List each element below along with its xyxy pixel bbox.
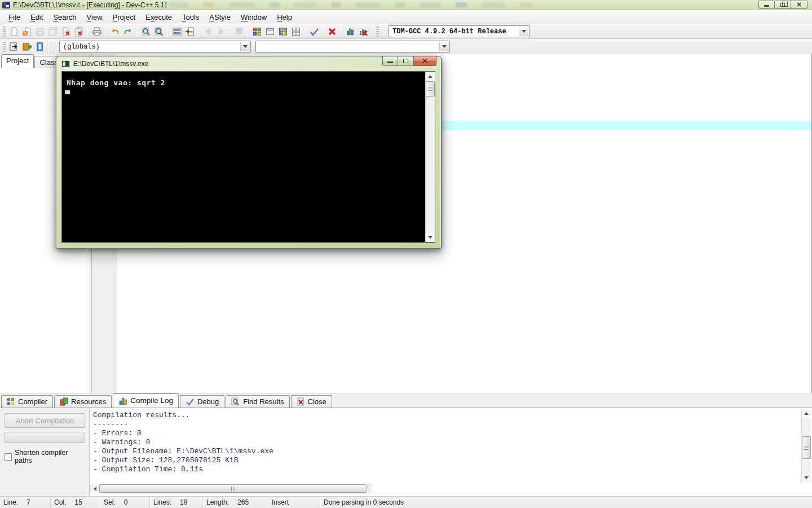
compile-log-panel: Abort Compilation Shorten compiler paths… (0, 408, 812, 496)
menu-view[interactable]: View (82, 10, 108, 24)
abort-compilation-button[interactable]: Abort Compilation (5, 413, 85, 428)
chevron-down-icon[interactable] (439, 42, 449, 51)
close-all-files-icon[interactable] (72, 25, 85, 38)
window-title: E:\DevC\BTL\1\mssv.c - [Executing] - Dev… (13, 1, 167, 9)
console-scrollbar-thumb[interactable] (426, 81, 435, 97)
find-icon[interactable] (139, 25, 152, 38)
resources-icon (60, 397, 68, 406)
compile-controls: Abort Compilation Shorten compiler paths (0, 408, 90, 496)
menu-search[interactable]: Search (48, 10, 81, 24)
chevron-down-icon[interactable] (519, 27, 528, 36)
menu-project[interactable]: Project (108, 10, 140, 24)
menu-execute[interactable]: Execute (140, 10, 177, 24)
globals-select-value: (globals) (63, 43, 100, 51)
chevron-down-icon[interactable] (240, 42, 250, 51)
compile-progress-bar (5, 432, 85, 443)
debug-icon (186, 397, 195, 406)
log-line: - Warnings: 0 (93, 438, 273, 447)
console-scrollbar[interactable] (425, 72, 435, 242)
shorten-paths-checkbox[interactable] (5, 453, 12, 461)
shorten-paths-option[interactable]: Shorten compiler paths (5, 449, 85, 465)
console-titlebar[interactable]: E:\DevC\BTL\1\mssv.exe ✕ (56, 56, 441, 71)
log-vertical-scrollbar[interactable] (801, 409, 811, 483)
status-length: Length:265 (203, 497, 268, 508)
console-window-controls: ✕ (382, 56, 436, 66)
profile-icon[interactable] (343, 25, 356, 38)
save-icon[interactable] (33, 25, 46, 38)
redo-icon[interactable] (121, 25, 134, 38)
log-line: -------- (93, 420, 273, 429)
tab-compiler[interactable]: Compiler (1, 395, 53, 408)
new-unit-icon[interactable] (7, 40, 20, 53)
log-horizontal-scrollbar[interactable] (90, 484, 370, 493)
devcpp-window: E:\DevC\BTL\1\mssv.c - [Executing] - Dev… (0, 0, 812, 508)
log-line: - Errors: 0 (93, 429, 273, 438)
compile-log-output[interactable]: Compilation results...--------- Errors: … (90, 408, 812, 496)
menu-file[interactable]: File (3, 10, 25, 24)
new-file-icon[interactable] (7, 25, 20, 38)
back-icon[interactable] (201, 25, 214, 38)
menu-tools[interactable]: Tools (177, 10, 204, 24)
menu-astyle[interactable]: AStyle (204, 10, 236, 24)
members-select[interactable] (255, 41, 450, 52)
log-line: - Output Size: 128,2705078125 KiB (93, 456, 273, 465)
scroll-down-icon[interactable] (802, 473, 811, 483)
compile-and-run-icon[interactable] (276, 25, 289, 38)
print-icon[interactable] (90, 25, 103, 38)
find-in-files-icon[interactable] (152, 25, 165, 38)
status-col: Col:15 (51, 497, 100, 508)
menu-edit[interactable]: Edit (25, 10, 48, 24)
scroll-up-icon[interactable] (426, 72, 435, 81)
console-minimize-button[interactable] (382, 56, 398, 66)
tab-compile-log[interactable]: Compile Log (113, 393, 179, 408)
console-window[interactable]: E:\DevC\BTL\1\mssv.exe ✕ Nhap dong vao: … (56, 56, 442, 249)
rebuild-all-icon[interactable] (289, 25, 302, 38)
globals-select[interactable]: (globals) (59, 41, 251, 52)
menu-window[interactable]: Window (236, 10, 272, 24)
open-file-icon[interactable] (20, 25, 33, 38)
close-file-icon[interactable] (59, 25, 72, 38)
status-line: Line:7 (0, 497, 51, 508)
log-vscroll-thumb[interactable] (802, 436, 811, 459)
console-app-icon (61, 60, 70, 67)
remove-from-project-icon[interactable] (33, 40, 46, 53)
abort-compilation-icon[interactable] (325, 25, 338, 38)
compile-icon[interactable] (250, 25, 263, 38)
run-icon[interactable] (263, 25, 276, 38)
console-close-button[interactable]: ✕ (414, 56, 436, 66)
status-sel: Sel:0 (100, 497, 150, 508)
tab-resources[interactable]: Resources (54, 395, 112, 408)
scroll-left-icon[interactable] (90, 484, 99, 493)
find-results-icon (231, 397, 240, 406)
compiler-icon (7, 397, 15, 406)
tab-debug[interactable]: Debug (180, 395, 224, 408)
log-line: Compilation results... (93, 411, 273, 420)
devcpp-app-icon (2, 2, 10, 8)
console-output[interactable]: Nhap dong vao: sqrt 2 (62, 72, 425, 242)
report-tabs: Compiler Resources Compile Log Debug Fin… (0, 393, 812, 408)
scroll-up-icon[interactable] (802, 409, 811, 418)
replace-icon[interactable] (170, 25, 183, 38)
goto-line-icon[interactable] (183, 25, 196, 38)
undo-icon[interactable] (108, 25, 121, 38)
delete-profiling-icon[interactable] (356, 25, 369, 38)
log-hscroll-thumb[interactable] (99, 484, 367, 493)
save-all-icon[interactable] (46, 25, 59, 38)
restore-button[interactable] (775, 1, 791, 9)
goto-declaration-icon[interactable] (232, 25, 245, 38)
tab-find-results[interactable]: Find Results (226, 395, 289, 408)
close-button[interactable]: ✕ (791, 1, 807, 9)
compile-log-lines: Compilation results...--------- Errors: … (93, 411, 273, 474)
syntax-check-icon[interactable] (307, 25, 320, 38)
tab-close[interactable]: Close (291, 395, 332, 408)
minimize-button[interactable] (758, 1, 775, 9)
forward-icon[interactable] (214, 25, 227, 38)
titlebar-glass-reflections (169, 1, 750, 8)
tab-project[interactable]: Project (1, 54, 34, 68)
console-maximize-button[interactable] (398, 56, 414, 66)
scroll-down-icon[interactable] (426, 233, 435, 242)
compiler-select[interactable]: TDM-GCC 4.9.2 64-bit Release (389, 25, 529, 37)
menu-help[interactable]: Help (272, 10, 297, 24)
add-to-project-icon[interactable] (20, 40, 33, 53)
window-controls: ✕ (758, 1, 807, 9)
